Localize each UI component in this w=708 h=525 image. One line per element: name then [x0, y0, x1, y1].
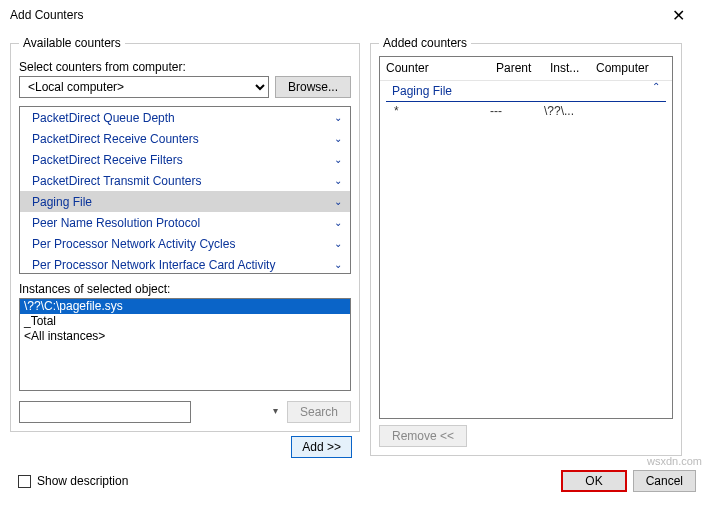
select-computer-label: Select counters from computer: — [19, 60, 351, 74]
cell-parent: --- — [484, 102, 538, 120]
chevron-down-icon[interactable]: ⌄ — [334, 175, 344, 186]
col-inst[interactable]: Inst... — [544, 57, 590, 80]
instance-list[interactable]: \??\C:\pagefile.sys _Total <All instance… — [19, 298, 351, 391]
counter-item-label: PacketDirect Queue Depth — [32, 111, 334, 125]
available-counters-group: Available counters Select counters from … — [10, 36, 360, 432]
remove-button[interactable]: Remove << — [379, 425, 467, 447]
table-header: Counter Parent Inst... Computer — [380, 57, 672, 81]
counter-item-label: Peer Name Resolution Protocol — [32, 216, 334, 230]
counter-item[interactable]: PacketDirect Receive Counters⌄ — [20, 128, 350, 149]
show-description-checkbox[interactable] — [18, 475, 31, 488]
computer-select[interactable]: <Local computer> — [19, 76, 269, 98]
table-row[interactable]: * --- \??\... — [380, 102, 672, 120]
ok-button[interactable]: OK — [561, 470, 626, 492]
cell-computer — [584, 102, 672, 120]
chevron-down-icon[interactable]: ⌄ — [334, 112, 344, 123]
col-counter[interactable]: Counter — [380, 57, 490, 80]
col-parent[interactable]: Parent — [490, 57, 544, 80]
chevron-down-icon[interactable]: ⌄ — [334, 259, 344, 270]
counter-item-label: PacketDirect Receive Filters — [32, 153, 334, 167]
counter-item-label: PacketDirect Receive Counters — [32, 132, 334, 146]
added-group-label: Paging File — [386, 81, 652, 101]
instance-item[interactable]: _Total — [20, 314, 350, 329]
counter-item[interactable]: Per Processor Network Interface Card Act… — [20, 254, 350, 274]
available-counters-legend: Available counters — [19, 36, 125, 50]
counter-item-label: PacketDirect Transmit Counters — [32, 174, 334, 188]
chevron-down-icon[interactable]: ⌄ — [334, 154, 344, 165]
counter-item-label: Per Processor Network Activity Cycles — [32, 237, 334, 251]
browse-button[interactable]: Browse... — [275, 76, 351, 98]
add-button[interactable]: Add >> — [291, 436, 352, 458]
counter-item[interactable]: Peer Name Resolution Protocol⌄ — [20, 212, 350, 233]
counter-item-label: Per Processor Network Interface Card Act… — [32, 258, 334, 272]
chevron-down-icon[interactable]: ⌄ — [334, 133, 344, 144]
window-title: Add Counters — [10, 8, 658, 22]
added-counters-group: Added counters Counter Parent Inst... Co… — [370, 36, 682, 456]
chevron-down-icon[interactable]: ⌄ — [334, 196, 344, 207]
cancel-button[interactable]: Cancel — [633, 470, 696, 492]
chevron-down-icon: ▾ — [273, 405, 278, 416]
instance-item-selected[interactable]: \??\C:\pagefile.sys — [20, 299, 350, 314]
titlebar: Add Counters ✕ — [0, 0, 708, 30]
watermark: wsxdn.com — [647, 455, 702, 467]
counter-item[interactable]: PacketDirect Queue Depth⌄ — [20, 107, 350, 128]
counter-item[interactable]: PacketDirect Transmit Counters⌄ — [20, 170, 350, 191]
counter-item-selected[interactable]: Paging File⌄ — [20, 191, 350, 212]
cell-counter: * — [380, 102, 484, 120]
show-description-label: Show description — [37, 474, 128, 488]
close-icon[interactable]: ✕ — [658, 6, 698, 25]
instance-item[interactable]: <All instances> — [20, 329, 350, 344]
chevron-up-icon[interactable]: ⌃ — [652, 81, 666, 101]
search-input[interactable] — [19, 401, 191, 423]
chevron-down-icon[interactable]: ⌄ — [334, 238, 344, 249]
counter-item-label: Paging File — [32, 195, 334, 209]
added-table: Counter Parent Inst... Computer Paging F… — [379, 56, 673, 419]
counter-list[interactable]: PacketDirect Queue Depth⌄ PacketDirect R… — [19, 106, 351, 274]
search-button[interactable]: Search — [287, 401, 351, 423]
added-counters-legend: Added counters — [379, 36, 471, 50]
instances-label: Instances of selected object: — [19, 282, 351, 296]
chevron-down-icon[interactable]: ⌄ — [334, 217, 344, 228]
counter-item[interactable]: PacketDirect Receive Filters⌄ — [20, 149, 350, 170]
cell-inst: \??\... — [538, 102, 584, 120]
added-group-row[interactable]: Paging File ⌃ — [386, 81, 666, 102]
col-computer[interactable]: Computer — [590, 57, 672, 80]
counter-item[interactable]: Per Processor Network Activity Cycles⌄ — [20, 233, 350, 254]
